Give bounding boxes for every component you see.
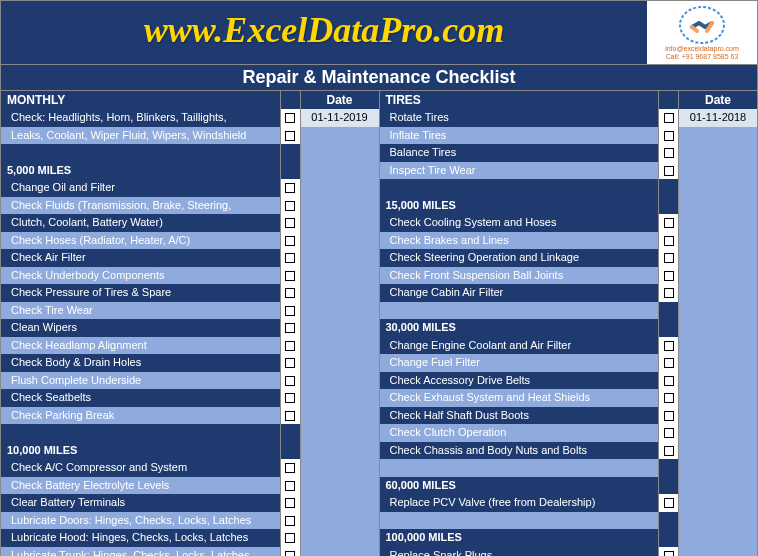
checkbox-cell[interactable]: [659, 162, 679, 180]
checkbox-icon[interactable]: [664, 411, 674, 421]
checkbox-cell[interactable]: [281, 459, 301, 477]
checkbox-icon[interactable]: [285, 498, 295, 508]
date-value[interactable]: 01-11-2018: [679, 109, 757, 127]
checkbox-cell[interactable]: [659, 424, 679, 442]
checkbox-icon[interactable]: [664, 428, 674, 438]
checklist-row: Check Steering Operation and Linkage: [380, 249, 758, 267]
checkbox-cell[interactable]: [659, 284, 679, 302]
checkbox-cell[interactable]: [659, 127, 679, 145]
checkbox-cell[interactable]: [281, 529, 301, 547]
checkbox-icon[interactable]: [285, 463, 295, 473]
date-spacer: [301, 494, 379, 512]
date-spacer: [301, 197, 379, 215]
checkbox-cell[interactable]: [659, 494, 679, 512]
checkbox-icon[interactable]: [285, 323, 295, 333]
checkbox-cell[interactable]: [281, 284, 301, 302]
checkbox-icon[interactable]: [664, 498, 674, 508]
checkbox-cell[interactable]: [659, 337, 679, 355]
date-value[interactable]: 01-11-2019: [301, 109, 379, 127]
checkbox-icon[interactable]: [664, 218, 674, 228]
checkbox-cell[interactable]: [659, 442, 679, 460]
checkbox-icon[interactable]: [664, 288, 674, 298]
checkbox-icon[interactable]: [664, 358, 674, 368]
checkbox-cell: [659, 512, 679, 530]
checkbox-cell[interactable]: [659, 144, 679, 162]
task-label: Check Clutch Operation: [380, 424, 660, 442]
checkbox-icon[interactable]: [664, 131, 674, 141]
checkbox-icon[interactable]: [664, 148, 674, 158]
checkbox-icon[interactable]: [664, 341, 674, 351]
checkbox-cell[interactable]: [281, 337, 301, 355]
date-spacer: [679, 459, 757, 477]
checkbox-icon[interactable]: [664, 113, 674, 123]
checkbox-icon[interactable]: [285, 271, 295, 281]
checklist-row: Check Headlamp Alignment: [1, 337, 379, 355]
task-label: Check Body & Drain Holes: [1, 354, 281, 372]
checkbox-icon[interactable]: [285, 183, 295, 193]
checkbox-cell[interactable]: [281, 354, 301, 372]
checkbox-icon[interactable]: [285, 411, 295, 421]
checkbox-icon[interactable]: [285, 516, 295, 526]
date-spacer: [301, 319, 379, 337]
checkbox-cell[interactable]: [281, 109, 301, 127]
checkbox-icon[interactable]: [285, 393, 295, 403]
checklist-row: Check Pressure of Tires & Spare: [1, 284, 379, 302]
checkbox-icon[interactable]: [285, 551, 295, 556]
section-header: MONTHLYDate: [1, 91, 379, 109]
checkbox-cell[interactable]: [659, 389, 679, 407]
checkbox-icon[interactable]: [664, 376, 674, 386]
checkbox-cell[interactable]: [281, 512, 301, 530]
checkbox-icon[interactable]: [664, 271, 674, 281]
checkbox-cell[interactable]: [659, 109, 679, 127]
checkbox-cell[interactable]: [281, 127, 301, 145]
task-label: Lubricate Hood: Hinges, Checks, Locks, L…: [1, 529, 281, 547]
checkbox-icon[interactable]: [664, 166, 674, 176]
checkbox-cell[interactable]: [281, 407, 301, 425]
date-spacer: [679, 424, 757, 442]
checkbox-icon[interactable]: [664, 236, 674, 246]
checkbox-cell[interactable]: [281, 249, 301, 267]
checkbox-cell[interactable]: [659, 547, 679, 556]
checkbox-icon[interactable]: [285, 358, 295, 368]
checkbox-icon[interactable]: [285, 113, 295, 123]
checkbox-icon[interactable]: [664, 253, 674, 263]
checkbox-icon[interactable]: [285, 218, 295, 228]
checkbox-cell[interactable]: [659, 249, 679, 267]
checkbox-icon[interactable]: [664, 393, 674, 403]
checkbox-cell[interactable]: [281, 319, 301, 337]
checkbox-cell[interactable]: [659, 267, 679, 285]
checkbox-cell[interactable]: [281, 179, 301, 197]
checkbox-icon[interactable]: [285, 376, 295, 386]
date-spacer: [679, 144, 757, 162]
checkbox-icon[interactable]: [285, 131, 295, 141]
checkbox-cell[interactable]: [659, 407, 679, 425]
checkbox-icon[interactable]: [285, 253, 295, 263]
task-label: Replace PCV Valve (free from Dealership): [380, 494, 660, 512]
checkbox-cell[interactable]: [281, 214, 301, 232]
checkbox-cell[interactable]: [659, 214, 679, 232]
checkbox-cell[interactable]: [659, 354, 679, 372]
checkbox-icon[interactable]: [664, 551, 674, 556]
checkbox-icon[interactable]: [664, 446, 674, 456]
checkbox-cell[interactable]: [281, 494, 301, 512]
checkbox-cell[interactable]: [281, 372, 301, 390]
checkbox-icon[interactable]: [285, 236, 295, 246]
task-label: Leaks, Coolant, Wiper Fluid, Wipers, Win…: [1, 127, 281, 145]
checkbox-cell[interactable]: [281, 477, 301, 495]
checkbox-icon[interactable]: [285, 481, 295, 491]
date-spacer: [679, 389, 757, 407]
checkbox-cell[interactable]: [281, 232, 301, 250]
checkbox-icon[interactable]: [285, 201, 295, 211]
checkbox-icon[interactable]: [285, 306, 295, 316]
checkbox-cell[interactable]: [281, 389, 301, 407]
checkbox-cell[interactable]: [659, 372, 679, 390]
checkbox-cell[interactable]: [281, 267, 301, 285]
checkbox-cell[interactable]: [281, 547, 301, 556]
checkbox-icon[interactable]: [285, 288, 295, 298]
checkbox-icon[interactable]: [285, 341, 295, 351]
checkbox-icon[interactable]: [285, 533, 295, 543]
checkbox-cell[interactable]: [281, 197, 301, 215]
checkbox-cell[interactable]: [659, 232, 679, 250]
checkbox-cell[interactable]: [281, 302, 301, 320]
section-header: 5,000 MILES: [1, 162, 379, 180]
